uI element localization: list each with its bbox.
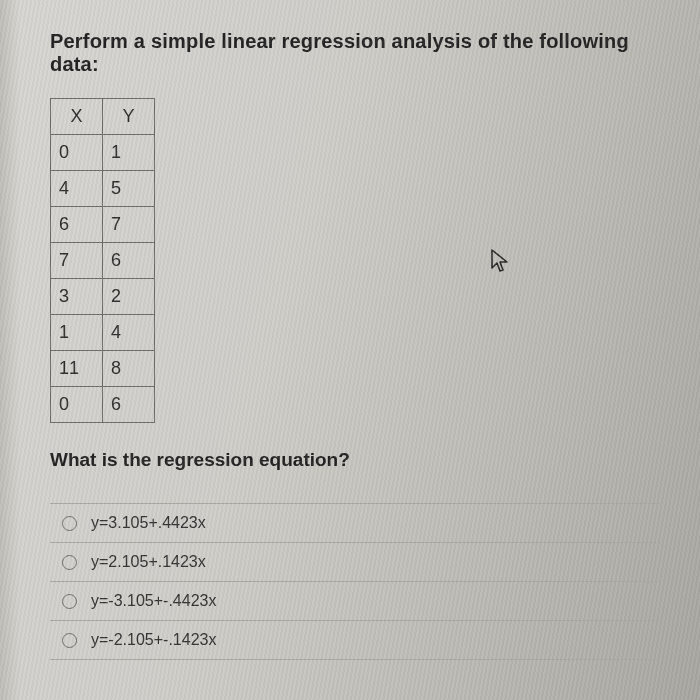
- cell-x: 7: [51, 243, 103, 279]
- radio-icon[interactable]: [62, 555, 77, 570]
- table-header-row: X Y: [51, 99, 155, 135]
- cursor-icon: [490, 248, 510, 274]
- cell-x: 11: [51, 351, 103, 387]
- radio-icon[interactable]: [62, 516, 77, 531]
- table-row: 6 7: [51, 207, 155, 243]
- cell-x: 0: [51, 387, 103, 423]
- option-d[interactable]: y=-2.105+-.1423x: [50, 620, 660, 660]
- cell-y: 7: [103, 207, 155, 243]
- cell-y: 2: [103, 279, 155, 315]
- option-label: y=-2.105+-.1423x: [91, 631, 216, 649]
- table-row: 7 6: [51, 243, 155, 279]
- radio-icon[interactable]: [62, 633, 77, 648]
- cell-x: 4: [51, 171, 103, 207]
- option-label: y=2.105+.1423x: [91, 553, 206, 571]
- data-table: X Y 0 1 4 5 6 7 7 6 3 2: [50, 98, 155, 423]
- col-header-y: Y: [103, 99, 155, 135]
- table-row: 4 5: [51, 171, 155, 207]
- col-header-x: X: [51, 99, 103, 135]
- table-row: 3 2: [51, 279, 155, 315]
- radio-icon[interactable]: [62, 594, 77, 609]
- cell-y: 1: [103, 135, 155, 171]
- table-row: 11 8: [51, 351, 155, 387]
- option-c[interactable]: y=-3.105+-.4423x: [50, 581, 660, 620]
- option-label: y=-3.105+-.4423x: [91, 592, 216, 610]
- table-row: 1 4: [51, 315, 155, 351]
- table-row: 0 6: [51, 387, 155, 423]
- cell-y: 6: [103, 243, 155, 279]
- option-b[interactable]: y=2.105+.1423x: [50, 542, 660, 581]
- question-text: What is the regression equation?: [50, 449, 660, 471]
- prompt-text: Perform a simple linear regression analy…: [50, 30, 660, 76]
- table-row: 0 1: [51, 135, 155, 171]
- cell-x: 0: [51, 135, 103, 171]
- cell-x: 1: [51, 315, 103, 351]
- answer-options: y=3.105+.4423x y=2.105+.1423x y=-3.105+-…: [50, 503, 660, 660]
- cell-x: 3: [51, 279, 103, 315]
- option-label: y=3.105+.4423x: [91, 514, 206, 532]
- option-a[interactable]: y=3.105+.4423x: [50, 503, 660, 542]
- cell-y: 8: [103, 351, 155, 387]
- cell-y: 6: [103, 387, 155, 423]
- cell-y: 5: [103, 171, 155, 207]
- cell-y: 4: [103, 315, 155, 351]
- worksheet-page: Perform a simple linear regression analy…: [0, 0, 700, 700]
- cell-x: 6: [51, 207, 103, 243]
